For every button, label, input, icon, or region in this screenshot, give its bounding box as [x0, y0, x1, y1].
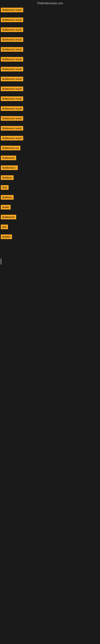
bottleneck-badge-8[interactable]: Bottleneck result: [1, 77, 23, 81]
bottleneck-row-19: Bott: [0, 183, 100, 193]
bottleneck-badge-10[interactable]: Bottleneck result: [1, 96, 23, 101]
bottleneck-badge-3[interactable]: Bottleneck result: [1, 27, 23, 32]
bottleneck-row-9: Bottleneck result: [0, 84, 100, 94]
bottleneck-row-20: Bottlene: [0, 193, 100, 203]
bottleneck-row-22: Bottleneck: [0, 213, 100, 222]
bottleneck-row-6: Bottleneck result: [0, 55, 100, 65]
bottleneck-row-18: Bottlene: [0, 173, 100, 183]
bottleneck-row-4: Bottleneck result: [0, 35, 100, 45]
bottleneck-badge-23[interactable]: Bot: [1, 224, 8, 229]
bottleneck-badge-13[interactable]: Bottleneck result: [1, 126, 23, 130]
bottleneck-badge-16[interactable]: Bottleneck: [1, 156, 16, 160]
bottleneck-badge-9[interactable]: Bottleneck result: [1, 86, 23, 91]
bottleneck-row-3: Bottleneck result: [0, 25, 100, 35]
bottleneck-badge-1[interactable]: Bottleneck result: [1, 8, 23, 12]
bottleneck-row-10: Bottleneck result: [0, 94, 100, 104]
bottleneck-badge-6[interactable]: Bottleneck result: [1, 57, 23, 62]
bottleneck-row-8: Bottleneck result: [0, 75, 100, 84]
site-title: TheBottlenecker.com: [37, 2, 63, 5]
bottleneck-badge-20[interactable]: Bottlene: [1, 195, 14, 200]
bottleneck-badge-15[interactable]: Bottleneck res: [1, 146, 20, 150]
bottleneck-badge-11[interactable]: Bottleneck result: [1, 106, 23, 111]
bottleneck-row-17: Bottleneck r: [0, 164, 100, 173]
bottleneck-row-14: Bottleneck result: [0, 134, 100, 144]
bottleneck-row-21: Bottle: [0, 203, 100, 213]
bottleneck-row-5: Bottleneck result: [0, 45, 100, 55]
bottleneck-row-7: Bottleneck result: [0, 65, 100, 75]
bottleneck-badge-18[interactable]: Bottlene: [1, 175, 14, 180]
items-container: Bottleneck resultBottleneck resultBottle…: [0, 6, 100, 264]
bottleneck-badge-19[interactable]: Bott: [1, 185, 9, 190]
bottleneck-row-24: Bottlen: [0, 232, 100, 242]
bottleneck-badge-2[interactable]: Bottleneck result: [1, 18, 23, 22]
bottleneck-row-11: Bottleneck result: [0, 104, 100, 114]
bottleneck-badge-7[interactable]: Bottleneck result: [1, 67, 23, 72]
bottleneck-row-12: Bottleneck result: [0, 114, 100, 124]
bottleneck-badge-12[interactable]: Bottleneck result: [1, 116, 23, 121]
bottleneck-row-2: Bottleneck result: [0, 16, 100, 25]
bottleneck-badge-4[interactable]: Bottleneck result: [1, 37, 23, 42]
text-cursor: [1, 258, 1, 264]
bottleneck-badge-14[interactable]: Bottleneck result: [1, 136, 23, 140]
bottleneck-badge-5[interactable]: Bottleneck result: [1, 47, 23, 52]
bottleneck-badge-21[interactable]: Bottle: [1, 205, 11, 210]
bottleneck-badge-17[interactable]: Bottleneck r: [1, 166, 18, 170]
bottleneck-row-23: Bot: [0, 222, 100, 232]
bottleneck-badge-22[interactable]: Bottleneck: [1, 215, 16, 219]
bottleneck-row-1: Bottleneck result: [0, 6, 100, 16]
bottleneck-row-13: Bottleneck result: [0, 124, 100, 134]
bottleneck-row-16: Bottleneck: [0, 154, 100, 164]
bottleneck-row-15: Bottleneck res: [0, 144, 100, 154]
bottleneck-badge-24[interactable]: Bottlen: [1, 234, 12, 239]
site-header: TheBottlenecker.com: [0, 0, 100, 6]
